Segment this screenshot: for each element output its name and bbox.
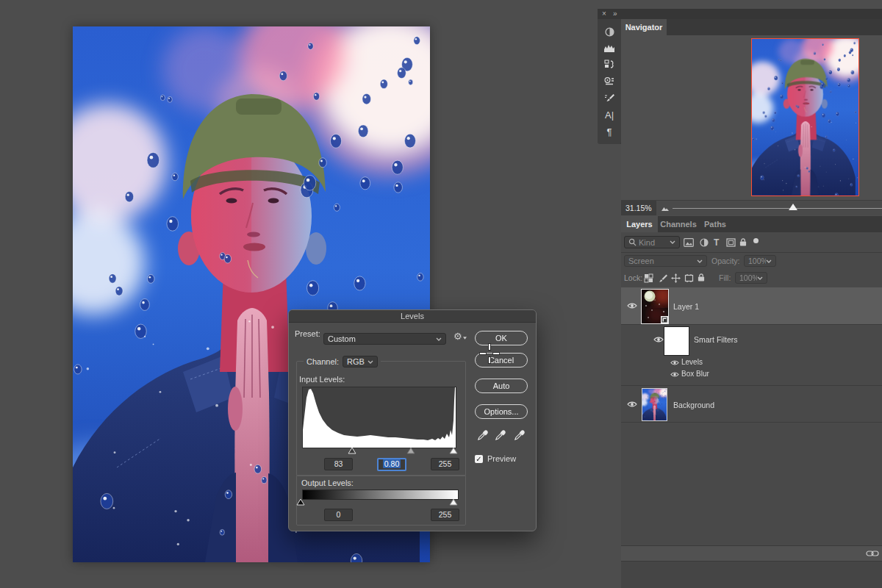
navigator-zoom-slider-thumb[interactable] xyxy=(789,204,797,210)
clone-source-icon[interactable] xyxy=(598,74,621,87)
chevron-down-icon xyxy=(670,240,675,244)
chevron-down-icon xyxy=(436,337,442,341)
preset-options-gear-icon[interactable]: ⚙ xyxy=(453,331,467,342)
background-thumbnail[interactable] xyxy=(642,388,667,421)
smart-filter-box-blur[interactable]: Box Blur xyxy=(681,370,709,378)
smart-filters-mask-thumbnail[interactable] xyxy=(664,326,689,356)
dock-header-bar: × » xyxy=(598,9,882,19)
layer1-thumbnail[interactable] xyxy=(641,289,669,324)
navigator-tab-bar: Navigator xyxy=(621,19,882,35)
visibility-eye-icon[interactable] xyxy=(670,371,679,378)
photoshop-window: Levels Preset: Custom ⚙ OK Cancel Auto O… xyxy=(0,0,882,588)
preset-label: Preset: xyxy=(295,329,320,338)
layer-name[interactable]: Layer 1 xyxy=(673,302,699,311)
white-point-eyedropper-icon[interactable] xyxy=(514,429,526,441)
close-icon[interactable]: × xyxy=(602,9,606,19)
lock-transparency-icon[interactable] xyxy=(644,273,653,283)
navigator-bottom-bar: 31.15% xyxy=(621,200,882,215)
histogram-icon[interactable] xyxy=(598,41,621,54)
precise-cursor xyxy=(480,344,499,363)
histogram xyxy=(302,387,456,448)
adjustments-icon[interactable] xyxy=(598,25,621,38)
visibility-eye-icon[interactable] xyxy=(653,336,664,343)
output-highlight-field[interactable]: 255 xyxy=(431,509,459,521)
smart-object-badge-icon xyxy=(661,316,668,323)
paragraph-panel-icon[interactable]: ¶ xyxy=(598,125,621,138)
input-highlight-slider[interactable] xyxy=(449,447,458,454)
auto-button[interactable]: Auto xyxy=(475,379,528,393)
lock-all-icon[interactable] xyxy=(698,273,705,282)
dialog-title[interactable]: Levels xyxy=(289,310,536,323)
filter-adjustment-layers-icon[interactable] xyxy=(700,238,709,247)
layers-bottom-bar xyxy=(621,545,882,562)
fill-label: Fill: xyxy=(719,273,731,282)
layer-row-layer1[interactable]: Layer 1 xyxy=(621,287,882,324)
lock-pixels-icon[interactable] xyxy=(658,273,667,283)
output-levels-label: Output Levels: xyxy=(299,478,356,487)
character-panel-icon[interactable]: A| xyxy=(598,108,621,121)
visibility-eye-icon[interactable] xyxy=(627,401,637,408)
navigator-proxy-view[interactable] xyxy=(751,38,859,196)
output-gradient-bar xyxy=(302,490,459,500)
input-levels-label: Input Levels: xyxy=(299,375,345,384)
options-button[interactable]: Options... xyxy=(475,404,528,419)
smart-filters-label[interactable]: Smart Filters xyxy=(694,335,738,344)
preview-label: Preview xyxy=(487,454,516,463)
layers-panel: Layers Channels Paths Kind T Screen Op xyxy=(621,216,882,588)
search-icon xyxy=(628,238,637,246)
layer-filter-select[interactable]: Kind xyxy=(624,236,680,248)
gray-point-eyedropper-icon[interactable] xyxy=(495,429,506,441)
filter-smart-objects-icon[interactable] xyxy=(739,237,747,247)
tab-navigator[interactable]: Navigator xyxy=(621,19,667,35)
layer-name[interactable]: Background xyxy=(673,401,714,409)
fill-select[interactable]: 100% xyxy=(735,272,767,284)
black-point-eyedropper-icon[interactable] xyxy=(477,429,489,441)
blend-mode-select[interactable]: Screen xyxy=(624,255,707,267)
channel-select[interactable]: RGB xyxy=(343,356,378,368)
tab-paths[interactable]: Paths xyxy=(699,216,731,232)
lock-artboard-icon[interactable] xyxy=(684,273,694,283)
output-shadow-slider[interactable] xyxy=(296,498,305,506)
preset-select[interactable]: Custom xyxy=(323,333,446,345)
navigator-zoom-field[interactable]: 31.15% xyxy=(621,201,656,215)
smart-filters-block: Smart Filters Levels Box Blur xyxy=(621,326,882,384)
filter-shape-layers-icon[interactable] xyxy=(726,238,736,247)
chevron-down-icon xyxy=(757,276,763,280)
opacity-label: Opacity: xyxy=(711,257,740,265)
filter-pixel-layers-icon[interactable] xyxy=(684,238,694,247)
navigator-zoom-slider[interactable] xyxy=(673,208,882,209)
opacity-select[interactable]: 100% xyxy=(744,255,776,267)
smart-filter-levels[interactable]: Levels xyxy=(681,358,703,366)
lock-label: Lock: xyxy=(624,273,642,282)
tab-channels[interactable]: Channels xyxy=(658,216,699,232)
preview-checkbox[interactable]: ✓ xyxy=(475,455,483,463)
input-shadow-slider[interactable] xyxy=(348,447,356,454)
input-shadow-field[interactable]: 83 xyxy=(324,458,353,470)
levels-dialog: Levels Preset: Custom ⚙ OK Cancel Auto O… xyxy=(288,309,537,531)
input-highlight-field[interactable]: 255 xyxy=(431,458,459,470)
chevron-down-icon xyxy=(368,360,373,364)
visibility-eye-icon[interactable] xyxy=(627,302,637,309)
output-shadow-field[interactable]: 0 xyxy=(324,509,353,521)
link-layers-icon[interactable] xyxy=(866,550,879,557)
layers-tab-bar: Layers Channels Paths xyxy=(621,216,882,232)
navigator-panel: Navigator 31.15% xyxy=(621,19,882,215)
lock-position-icon[interactable] xyxy=(671,273,681,283)
tab-layers[interactable]: Layers xyxy=(621,216,658,232)
layer-row-background[interactable]: Background xyxy=(621,387,882,422)
dock-footer xyxy=(621,562,882,588)
collapsed-panel-strip: A| ¶ xyxy=(598,19,622,144)
actions-icon[interactable] xyxy=(598,57,621,71)
chevron-down-icon xyxy=(766,259,772,263)
output-highlight-slider[interactable] xyxy=(449,498,458,506)
input-gamma-slider[interactable] xyxy=(406,447,415,454)
chevron-down-icon xyxy=(697,259,703,263)
visibility-eye-icon[interactable] xyxy=(670,359,679,366)
expand-panels-icon[interactable]: » xyxy=(613,9,617,19)
filter-type-layers-icon[interactable]: T xyxy=(714,237,719,248)
zoom-out-mountain-icon[interactable] xyxy=(662,205,669,211)
ok-button[interactable]: OK xyxy=(475,331,528,345)
input-gamma-field[interactable]: 0.80 xyxy=(377,458,406,471)
filter-toggle-icon[interactable] xyxy=(753,238,759,243)
brush-settings-icon[interactable] xyxy=(598,91,621,104)
